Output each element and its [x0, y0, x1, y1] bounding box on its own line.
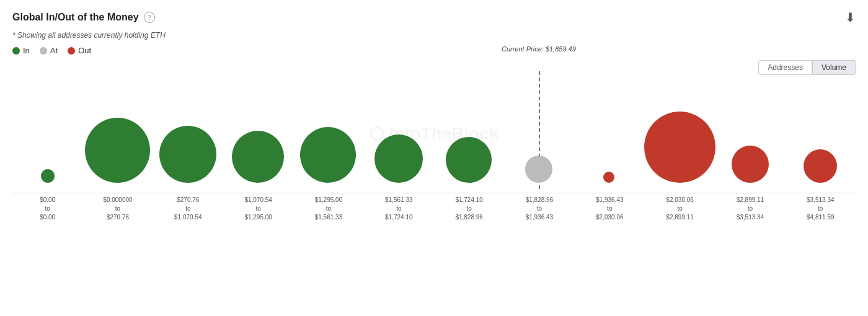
- bubble-column-10: [715, 77, 786, 183]
- bubble-column-11: [786, 77, 856, 183]
- bubble-column-7: Current Price: $1,859.49: [503, 77, 574, 183]
- label-10: $2,899.11 to $3,513.34: [715, 196, 785, 222]
- legend-item-at: At: [40, 46, 58, 55]
- legend: In At Out: [12, 46, 856, 55]
- legend-label-at: At: [50, 46, 58, 55]
- bubble-column-2: [153, 77, 223, 183]
- label-8: $1,936.43 to $2,030.06: [575, 196, 645, 222]
- help-icon[interactable]: ?: [144, 12, 155, 23]
- bubble-8: [603, 172, 614, 183]
- label-9: $2,030.06 to $2,899.11: [645, 196, 715, 222]
- legend-label-out: Out: [78, 46, 91, 55]
- bubble-column-5: [363, 77, 433, 183]
- separator-line: [12, 193, 856, 193]
- download-icon[interactable]: ⬇: [845, 10, 856, 25]
- legend-item-out: Out: [68, 46, 91, 55]
- title-row: Global In/Out of the Money ?: [12, 12, 155, 23]
- legend-item-in: In: [12, 46, 30, 55]
- current-price-label: Current Price: $1,859.49: [502, 45, 576, 53]
- label-0-to: $0.00: [40, 214, 55, 221]
- label-2: $270.76 to $1,070.54: [153, 196, 223, 222]
- toggle-addresses[interactable]: Addresses: [758, 60, 812, 75]
- label-3: $1,070.54 to $1,295.00: [223, 196, 293, 222]
- label-0-to-text: to: [45, 205, 50, 212]
- bubble-3: [232, 131, 284, 183]
- subtitle: * Showing all addresses currently holdin…: [12, 31, 856, 40]
- page-container: Global In/Out of the Money ? ⬇ * Showing…: [0, 0, 868, 316]
- bubble-1: [85, 118, 150, 183]
- label-7: $1,828.96 to $1,936.43: [504, 196, 574, 222]
- bubble-5: [374, 134, 423, 183]
- label-1: $0.000000 to $270.76: [82, 196, 153, 222]
- bubble-2: [159, 126, 216, 183]
- legend-dot-in: [12, 47, 20, 55]
- label-4: $1,295.00 to $1,561.33: [293, 196, 363, 222]
- bubble-6: [446, 137, 492, 183]
- label-5: $1,561.33 to $1,724.10: [364, 196, 434, 222]
- label-0-from: $0.00: [40, 196, 55, 203]
- chart-wrapper: ⬡ IntoTheBlock: [12, 77, 856, 222]
- bubble-10: [732, 146, 769, 183]
- chart-inner: ⬡ IntoTheBlock: [12, 77, 856, 189]
- bubble-column-4: [293, 77, 363, 183]
- bubble-11: [804, 149, 837, 183]
- legend-dot-at: [40, 47, 47, 55]
- bubble-column-8: [574, 77, 644, 183]
- legend-dot-out: [68, 47, 75, 55]
- bubble-0: [41, 169, 55, 183]
- bubble-4: [300, 127, 356, 183]
- label-1-to: $270.76: [107, 214, 129, 221]
- bubble-7: [525, 156, 552, 183]
- toggle-row: Addresses Volume: [12, 60, 856, 75]
- bubble-column-6: [433, 77, 503, 183]
- bubble-9: [644, 112, 715, 183]
- label-1-from: $0.000000: [103, 196, 132, 203]
- toggle-volume[interactable]: Volume: [812, 60, 856, 75]
- label-6: $1,724.10 to $1,828.96: [434, 196, 504, 222]
- header: Global In/Out of the Money ? ⬇: [12, 10, 856, 25]
- bubble-column-0: [12, 77, 82, 183]
- label-0: $0.00 to $0.00: [12, 196, 82, 222]
- bubble-column-3: [223, 77, 293, 183]
- labels-row: $0.00 to $0.00 $0.000000 to $270.76 $270…: [12, 196, 856, 222]
- bubble-column-9: [644, 77, 715, 183]
- legend-label-in: In: [23, 46, 30, 55]
- bubble-column-1: [82, 77, 153, 183]
- label-11: $3,513.34 to $4,811.59: [786, 196, 856, 222]
- page-title: Global In/Out of the Money: [12, 12, 139, 23]
